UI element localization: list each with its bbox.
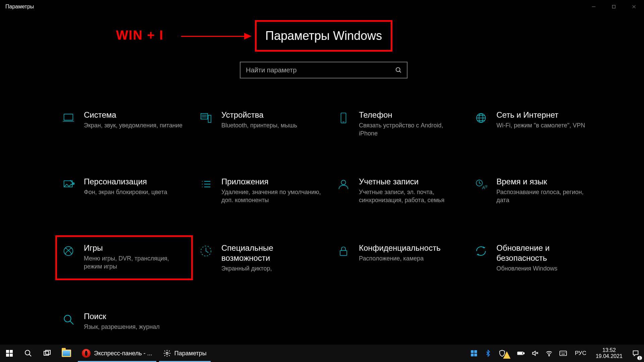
- search-box[interactable]: [240, 62, 408, 78]
- tray-bluetooth-icon[interactable]: [481, 345, 495, 362]
- taskbar-app-label: Параметры: [174, 350, 207, 357]
- tile-desc: Экранный диктор,: [221, 264, 322, 273]
- tile-desc: Обновления Windows: [496, 264, 597, 273]
- tray-date: 19.04.2021: [596, 353, 623, 359]
- tray-volume-icon[interactable]: [528, 345, 542, 362]
- tile-desc: Удаление, значения по умолчанию, доп. ко…: [221, 188, 322, 204]
- tile-title: Конфиденциальность: [359, 243, 440, 253]
- phone-icon: [336, 111, 351, 125]
- svg-rect-43: [46, 350, 50, 354]
- svg-point-34: [64, 315, 71, 322]
- tile-desc: Bluetooth, принтеры, мышь: [221, 121, 297, 129]
- svg-line-41: [29, 354, 31, 356]
- tile-network[interactable]: Сеть и Интернет Wi-Fi, режим "в самолете…: [470, 104, 604, 144]
- tray-language[interactable]: РУС: [570, 350, 591, 357]
- svg-rect-42: [44, 351, 49, 355]
- tile-title: Устройства: [221, 110, 297, 120]
- svg-rect-45: [471, 350, 474, 353]
- tile-privacy[interactable]: Конфиденциальность Расположение, камера: [332, 237, 466, 279]
- annotation-arrow: [181, 35, 252, 38]
- tray-security-icon[interactable]: [495, 345, 514, 362]
- tile-title: Время и язык: [496, 177, 597, 187]
- tray-wifi-icon[interactable]: [542, 345, 556, 362]
- annotation-shortcut: WIN + I: [116, 28, 164, 43]
- tile-phone[interactable]: Телефон Связать устройство с Android, iP…: [332, 104, 466, 144]
- svg-rect-12: [341, 113, 346, 123]
- svg-text:字: 字: [485, 185, 488, 188]
- tile-time-language[interactable]: A 字 Время и язык Распознавание голоса, р…: [470, 171, 604, 210]
- tile-title: Персонализация: [84, 177, 167, 187]
- window-title: Параметры: [5, 4, 34, 10]
- svg-rect-48: [474, 354, 477, 356]
- taskbar: Экспресс-панель - ... Параметры: [0, 345, 644, 362]
- tile-personalization[interactable]: Персонализация Фон, экран блокировки, цв…: [57, 171, 191, 210]
- tile-title: Сеть и Интернет: [496, 110, 585, 120]
- file-explorer-button[interactable]: [56, 345, 76, 362]
- search-icon[interactable]: [390, 66, 407, 74]
- tray-clock[interactable]: 13:52 19.04.2021: [591, 347, 627, 360]
- taskbar-app-settings[interactable]: Параметры: [158, 345, 212, 362]
- taskbar-app-label: Экспресс-панель - ...: [94, 350, 152, 357]
- tile-title: Специальные возможности: [221, 243, 322, 263]
- svg-rect-36: [6, 350, 9, 353]
- tile-desc: Связать устройство с Android, iPhone: [359, 121, 460, 138]
- svg-point-55: [549, 355, 549, 356]
- tile-update-security[interactable]: Обновление и безопасность Обновления Win…: [470, 237, 604, 279]
- svg-point-40: [25, 350, 30, 355]
- svg-point-31: [64, 247, 73, 256]
- svg-rect-47: [471, 354, 474, 356]
- svg-rect-6: [64, 114, 73, 120]
- tile-desc: Фон, экран блокировки, цвета: [84, 188, 167, 196]
- tile-desc: Учетные записи, эл. почта, синхронизация…: [359, 188, 460, 204]
- tile-desc: Расположение, камера: [359, 254, 440, 262]
- tile-title: Поиск: [84, 311, 160, 321]
- svg-point-27: [341, 180, 345, 184]
- tile-accounts[interactable]: Учетные записи Учетные записи, эл. почта…: [332, 171, 466, 210]
- notification-badge: 1: [637, 356, 642, 360]
- svg-rect-9: [208, 115, 211, 123]
- globe-icon: [474, 111, 488, 125]
- tile-search-category[interactable]: Поиск Язык, разрешения, журнал: [57, 305, 191, 342]
- tile-desc: Экран, звук, уведомления, питание: [84, 121, 182, 129]
- start-button[interactable]: [0, 345, 19, 362]
- tile-title: Приложения: [221, 177, 322, 187]
- list-icon: [199, 177, 213, 192]
- svg-point-44: [166, 352, 168, 354]
- action-center-button[interactable]: 1: [627, 345, 644, 362]
- page-title-highlight: Параметры Windows: [255, 20, 392, 52]
- tray-battery-icon[interactable]: [514, 345, 528, 362]
- gear-icon: [163, 349, 171, 357]
- tile-desc: Меню игры, DVR, трансляция, режим игры: [84, 254, 184, 271]
- tray-touch-keyboard-icon[interactable]: [556, 345, 570, 362]
- svg-rect-1: [612, 5, 615, 8]
- svg-rect-8: [201, 114, 208, 119]
- search-input[interactable]: [240, 66, 390, 74]
- tile-ease-of-access[interactable]: Специальные возможности Экранный диктор,: [195, 237, 329, 279]
- svg-marker-49: [503, 351, 511, 359]
- tile-devices[interactable]: Устройства Bluetooth, принтеры, мышь: [195, 104, 329, 144]
- tile-desc: Язык, разрешения, журнал: [84, 323, 160, 331]
- svg-rect-33: [340, 251, 347, 256]
- taskbar-left: Экспресс-панель - ... Параметры: [0, 345, 212, 362]
- taskbar-app-opera[interactable]: Экспресс-панель - ...: [76, 345, 158, 362]
- close-button[interactable]: [624, 0, 644, 13]
- minimize-button[interactable]: [584, 0, 604, 13]
- tile-gaming[interactable]: Игры Меню игры, DVR, трансляция, режим и…: [55, 235, 193, 280]
- svg-rect-37: [10, 350, 13, 353]
- svg-rect-56: [560, 351, 567, 356]
- window-titlebar: Параметры: [0, 0, 644, 13]
- tile-title: Игры: [84, 243, 184, 253]
- tile-apps[interactable]: Приложения Удаление, значения по умолчан…: [195, 171, 329, 210]
- svg-rect-38: [6, 354, 9, 357]
- svg-line-5: [399, 71, 401, 73]
- tile-title: Обновление и безопасность: [496, 243, 597, 263]
- tile-system[interactable]: Система Экран, звук, уведомления, питани…: [57, 104, 191, 144]
- svg-rect-39: [10, 354, 13, 357]
- xbox-icon: [61, 244, 76, 258]
- tray-windows-update-icon[interactable]: [467, 345, 481, 362]
- taskbar-search-button[interactable]: [19, 345, 38, 362]
- magnifier-icon: [61, 312, 76, 327]
- folder-icon: [62, 350, 71, 357]
- maximize-button[interactable]: [604, 0, 624, 13]
- task-view-button[interactable]: [38, 345, 56, 362]
